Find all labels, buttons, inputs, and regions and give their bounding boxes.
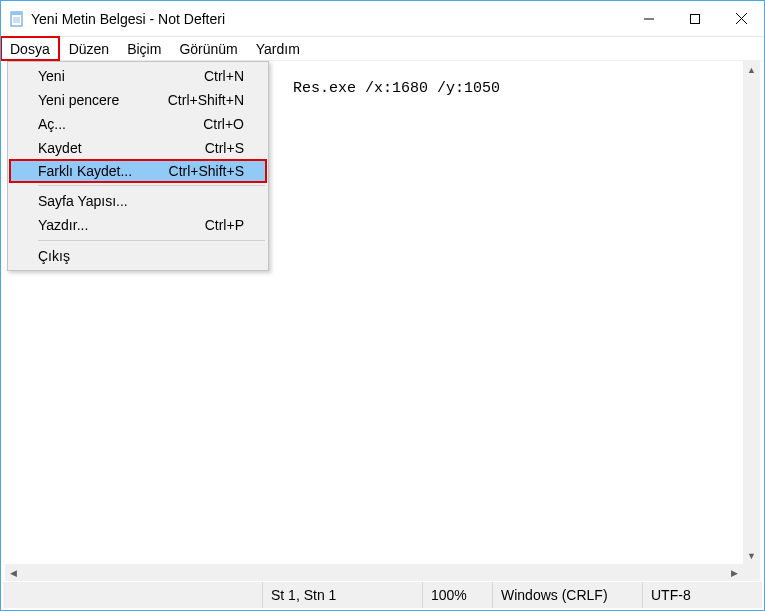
svg-rect-6	[691, 14, 700, 23]
status-spacer	[3, 582, 262, 608]
menu-format[interactable]: Biçim	[118, 37, 170, 60]
scroll-right-icon[interactable]: ▶	[726, 564, 743, 581]
menu-file[interactable]: Dosya	[0, 36, 60, 61]
status-encoding: UTF-8	[642, 582, 762, 608]
horizontal-scrollbar[interactable]: ◀ ▶	[5, 564, 743, 581]
maximize-button[interactable]	[672, 1, 718, 36]
menu-item-exit[interactable]: Çıkış	[10, 244, 266, 268]
status-zoom: 100%	[422, 582, 492, 608]
window-controls	[626, 1, 764, 36]
menu-view[interactable]: Görünüm	[170, 37, 246, 60]
menu-edit[interactable]: Düzen	[60, 37, 118, 60]
minimize-button[interactable]	[626, 1, 672, 36]
editor-text: Res.exe /x:1680 /y:1050	[293, 80, 500, 97]
svg-rect-1	[11, 12, 22, 15]
scroll-left-icon[interactable]: ◀	[5, 564, 22, 581]
scroll-down-icon[interactable]: ▼	[743, 547, 760, 564]
status-line-ending: Windows (CRLF)	[492, 582, 642, 608]
menu-item-page-setup[interactable]: Sayfa Yapısı...	[10, 189, 266, 213]
vertical-scrollbar[interactable]: ▲ ▼	[743, 61, 760, 564]
menu-separator	[38, 185, 265, 186]
menu-help[interactable]: Yardım	[247, 37, 309, 60]
menu-item-print[interactable]: Yazdır... Ctrl+P	[10, 213, 266, 237]
menu-item-new-window[interactable]: Yeni pencere Ctrl+Shift+N	[10, 88, 266, 112]
titlebar: Yeni Metin Belgesi - Not Defteri	[1, 1, 764, 37]
menu-separator	[38, 240, 265, 241]
close-button[interactable]	[718, 1, 764, 36]
status-position: St 1, Stn 1	[262, 582, 422, 608]
menu-item-open[interactable]: Aç... Ctrl+O	[10, 112, 266, 136]
window-title: Yeni Metin Belgesi - Not Defteri	[31, 11, 225, 27]
menu-item-save-as[interactable]: Farklı Kaydet... Ctrl+Shift+S	[9, 159, 267, 183]
menubar: Dosya Düzen Biçim Görünüm Yardım	[1, 37, 764, 61]
menu-item-save[interactable]: Kaydet Ctrl+S	[10, 136, 266, 160]
file-menu-dropdown: Yeni Ctrl+N Yeni pencere Ctrl+Shift+N Aç…	[7, 61, 269, 271]
statusbar: St 1, Stn 1 100% Windows (CRLF) UTF-8	[3, 582, 762, 608]
notepad-icon	[9, 11, 25, 27]
scroll-up-icon[interactable]: ▲	[743, 61, 760, 78]
menu-item-new[interactable]: Yeni Ctrl+N	[10, 64, 266, 88]
scroll-corner	[743, 564, 760, 581]
